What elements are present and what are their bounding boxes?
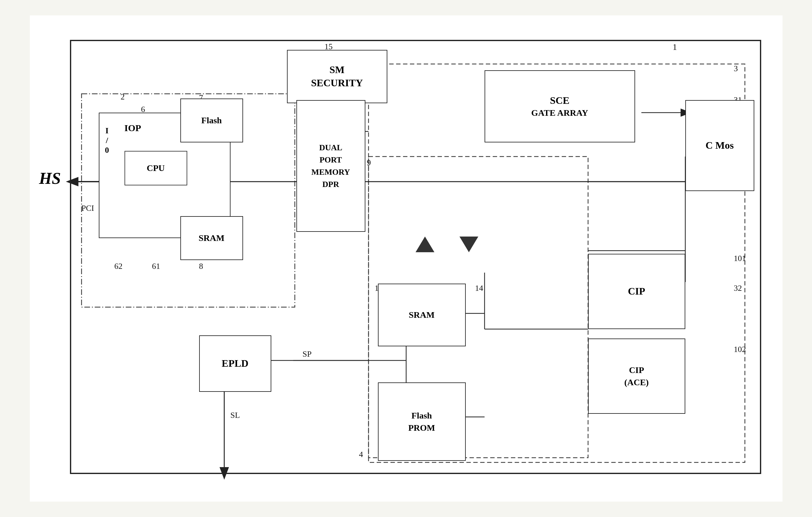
sram-left-label: SRAM <box>199 232 224 244</box>
flash-prom-box: Flash PROM <box>378 382 466 461</box>
triangle-up-symbol <box>412 233 437 255</box>
label-62: 62 <box>114 262 123 271</box>
cip-ace-box: CIP (ACE) <box>588 339 685 414</box>
io-label: I/0 <box>105 126 109 155</box>
cpu-box: CPU <box>124 151 187 185</box>
triangle-down-symbol <box>456 233 482 255</box>
label-9: 9 <box>367 158 371 168</box>
diagram-container: 1 2 3 4 4 5 6 7 8 9 11 12 13 14 15 31 32… <box>30 16 783 501</box>
epld-label: EPLD <box>222 357 249 370</box>
sm-label: SM <box>330 63 345 77</box>
flash-prom-label: Flash PROM <box>408 409 435 434</box>
flash-box: Flash <box>180 98 243 142</box>
cpu-label: CPU <box>147 163 165 173</box>
sram-right-box: SRAM <box>378 284 466 346</box>
label-3: 3 <box>734 64 738 74</box>
sm-security-box: SM SECURITY <box>287 50 387 103</box>
dpr-label: DUAL PORT MEMORY DPR <box>312 142 350 191</box>
label-8: 8 <box>199 262 203 271</box>
label-14: 14 <box>475 284 483 293</box>
cip-box: CIP <box>588 254 685 329</box>
cip-label: CIP <box>628 285 645 298</box>
triangle-down-icon <box>460 236 478 252</box>
triangle-up-icon <box>415 236 434 252</box>
sram-right-label: SRAM <box>409 309 434 321</box>
label-2: 2 <box>121 92 125 102</box>
label-32: 32 <box>734 284 742 293</box>
label-61: 61 <box>152 262 160 271</box>
cip-ace-label: CIP (ACE) <box>625 364 649 389</box>
sce-gate-array-box: SCE GATE ARRAY <box>485 70 635 142</box>
cmos-box: C Mos <box>685 100 754 191</box>
sram-left-box: SRAM <box>180 216 243 260</box>
flash-label: Flash <box>201 115 222 126</box>
dpr-box: DUAL PORT MEMORY DPR <box>296 100 366 232</box>
cmos-label: C Mos <box>706 139 734 152</box>
label-4b: 4 <box>359 450 363 459</box>
epld-box: EPLD <box>199 335 271 392</box>
label-102: 102 <box>734 345 746 354</box>
svg-marker-16 <box>66 177 79 186</box>
sce-label: SCE <box>550 94 569 107</box>
iop-label: IOP <box>124 123 141 133</box>
gate-array-label: GATE ARRAY <box>531 107 588 119</box>
pci-label: PCI <box>82 204 94 213</box>
label-101: 101 <box>734 254 746 263</box>
sl-label: SL <box>231 411 240 420</box>
label-1: 1 <box>673 42 677 52</box>
security-label: SECURITY <box>311 77 363 90</box>
sp-label: SP <box>303 349 312 359</box>
hs-label: HS <box>39 169 61 188</box>
svg-marker-14 <box>220 467 229 480</box>
